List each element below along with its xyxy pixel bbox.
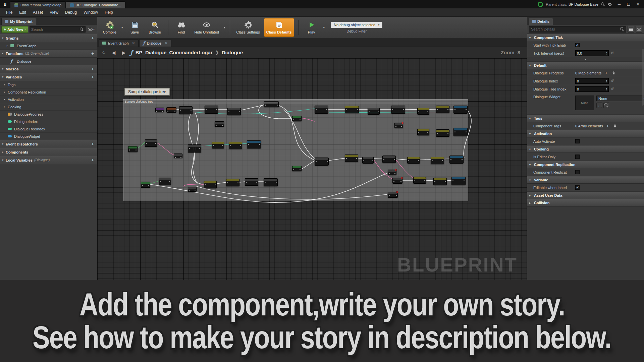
menu-file[interactable]: File <box>3 8 16 16</box>
play-button[interactable]: Play <box>303 18 321 37</box>
view-options-button[interactable]: ▾ <box>87 28 96 31</box>
expander-arrow-icon[interactable]: ▸ <box>4 90 8 94</box>
play-options-caret[interactable]: ▾ <box>323 26 325 29</box>
graph-node[interactable] <box>453 106 468 114</box>
sidebar-item-dialogueprogress[interactable]: DialogueProgress <box>0 111 97 118</box>
graph-node[interactable] <box>204 181 217 188</box>
details-search-input[interactable] <box>531 27 620 31</box>
spinner-arrows[interactable]: ▴▾ <box>606 87 607 91</box>
details-section-default[interactable]: ▾Default <box>527 62 644 69</box>
spinner-arrows[interactable]: ▴▾ <box>606 52 607 55</box>
expander-arrow-icon[interactable]: ▸ <box>4 98 8 101</box>
sidebar-item-component-replication[interactable]: ▸Component Replication <box>0 88 97 96</box>
favorite-star-icon[interactable]: ☆ <box>100 50 107 55</box>
breadcrumb-current[interactable]: Dialogue <box>222 50 243 55</box>
graph-node[interactable] <box>188 187 197 192</box>
tab-event-graph[interactable]: Event Graph ✕ <box>99 39 139 47</box>
sidebar-item-eventgraph[interactable]: ▸EventGraph <box>0 42 97 50</box>
graph-node[interactable] <box>205 106 218 114</box>
details-section-tags[interactable]: ▾Tags <box>527 115 644 122</box>
graph-canvas-wrap[interactable]: Sample dialogue tree Sample dialogue tre… <box>97 58 527 280</box>
expander-arrow-icon[interactable]: ▸ <box>7 44 10 47</box>
add-variables-button[interactable]: + <box>90 74 95 79</box>
expander-arrow-icon[interactable]: ▾ <box>2 37 6 40</box>
expander-arrow-icon[interactable]: ▾ <box>529 64 532 67</box>
graph-node[interactable] <box>449 156 464 164</box>
asset-thumbnail[interactable]: None <box>575 96 594 110</box>
asset-dropdown[interactable]: None▾ <box>596 96 644 101</box>
details-section-cooking[interactable]: ▾Cooking <box>527 145 644 153</box>
details-section-collision[interactable]: ▸Collision <box>527 199 644 206</box>
sidebar-section-functions[interactable]: ▾Functions(11 Overridable)+ <box>0 50 97 58</box>
details-section-activation[interactable]: ▾Activation <box>527 130 644 137</box>
value-field[interactable]: 0▴▾ <box>575 86 609 92</box>
sidebar-item-dialogue[interactable]: ƒDialogue <box>0 58 97 65</box>
graph-node[interactable] <box>212 142 224 148</box>
add-element-button[interactable]: + <box>603 70 609 76</box>
graph-node[interactable] <box>368 108 380 115</box>
launcher-icon[interactable] <box>538 2 543 7</box>
graph-node[interactable] <box>315 158 329 166</box>
expander-arrow-icon[interactable]: ▾ <box>2 67 6 70</box>
graph-node[interactable] <box>247 140 261 148</box>
breadcrumb-root[interactable]: BP_Dialogue_CommanderLogar <box>136 50 213 55</box>
sidebar-item-activation[interactable]: ▸Activation <box>0 96 97 103</box>
expander-arrow-icon[interactable]: ▸ <box>529 194 532 197</box>
sidebar-section-local-variables[interactable]: ▾Local Variables(Dialogue)+ <box>0 156 97 164</box>
graph-node[interactable] <box>155 108 164 112</box>
graph-node[interactable] <box>315 106 328 114</box>
sidebar-item-dialoguetreeindex[interactable]: DialogueTreeIndex <box>0 125 97 133</box>
sidebar-section-macros[interactable]: ▾Macros+ <box>0 65 97 73</box>
my-blueprint-tab[interactable]: My Blueprint <box>1 18 36 25</box>
use-selected-icon[interactable]: ← <box>596 103 602 108</box>
graph-node[interactable] <box>345 106 359 113</box>
checkbox[interactable] <box>575 170 580 174</box>
add-graphs-button[interactable]: + <box>90 36 95 41</box>
graph-node[interactable] <box>391 106 405 114</box>
graph-node[interactable] <box>141 182 150 188</box>
menu-edit[interactable]: Edit <box>16 8 30 16</box>
expander-arrow-icon[interactable]: ▾ <box>529 132 532 135</box>
graph-node[interactable] <box>417 108 429 115</box>
edit-parent-class-icon[interactable] <box>608 2 612 6</box>
spinner-arrows[interactable]: ▴▾ <box>606 79 607 83</box>
debug-object-select[interactable]: No debug object selected ▾ <box>331 22 382 28</box>
value-field[interactable]: 0,0▴▾ <box>575 50 609 56</box>
expander-arrow-icon[interactable]: ▸ <box>4 105 8 108</box>
menu-view[interactable]: View <box>46 8 62 16</box>
details-tab[interactable]: Details <box>529 18 553 25</box>
graph-node[interactable] <box>362 157 374 164</box>
details-section-asset-user-data[interactable]: ▸Asset User Data <box>527 192 644 199</box>
add-macros-button[interactable]: + <box>90 66 95 71</box>
advanced-expander[interactable]: ▼ <box>527 57 644 62</box>
expander-arrow-icon[interactable]: ▾ <box>2 142 6 145</box>
add-new-button[interactable]: + Add New ▾ <box>1 26 28 33</box>
close-tab-icon[interactable]: ✕ <box>165 41 167 45</box>
checkbox[interactable]: ✓ <box>575 43 580 47</box>
close-button[interactable]: ✕ <box>633 0 643 8</box>
graph-node[interactable] <box>453 128 468 136</box>
menu-help[interactable]: Help <box>101 8 116 16</box>
class-defaults-button[interactable]: Class Defaults <box>264 18 294 37</box>
tab-bp-dialogue-commander[interactable]: BP_Dialogue_Commande... <box>66 1 125 8</box>
tab-thirdpersonexamplemap[interactable]: ThirdPersonExampleMap <box>10 1 66 8</box>
graph-node[interactable] <box>227 108 241 115</box>
compile-button[interactable]: Compile <box>101 18 119 37</box>
graph-node[interactable] <box>245 178 258 186</box>
graph-node[interactable] <box>407 157 420 164</box>
expander-arrow-icon[interactable]: ▾ <box>529 117 532 120</box>
nav-forward-icon[interactable]: ▶ <box>120 50 127 55</box>
graph-node[interactable] <box>436 129 449 137</box>
compile-options-caret[interactable]: ▾ <box>121 26 123 29</box>
expander-arrow-icon[interactable]: ▾ <box>529 36 532 39</box>
expander-arrow-icon[interactable]: ▾ <box>529 163 532 166</box>
graph-node[interactable] <box>264 178 278 186</box>
display-filter-button[interactable] <box>636 26 642 33</box>
minimize-button[interactable]: ─ <box>614 0 624 8</box>
graph-node[interactable] <box>215 121 224 127</box>
delete-elements-button[interactable] <box>612 123 618 129</box>
find-button[interactable]: Find <box>172 18 191 37</box>
reset-to-default-icon[interactable]: ↺ <box>611 87 614 91</box>
graph-node[interactable] <box>264 101 279 107</box>
property-matrix-button[interactable] <box>628 26 634 33</box>
